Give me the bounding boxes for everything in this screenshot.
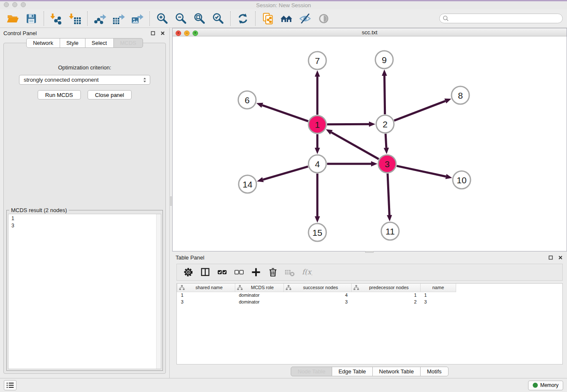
tab-mcds[interactable]: MCDS — [113, 38, 143, 48]
graph-node-label: 11 — [385, 226, 395, 236]
columns-icon — [200, 267, 211, 278]
split-panel-button[interactable] — [198, 266, 212, 279]
show-all-button[interactable] — [315, 11, 332, 26]
import-table-button[interactable] — [66, 11, 83, 26]
memory-button[interactable]: Memory — [528, 381, 563, 390]
search-box[interactable] — [439, 14, 563, 23]
column-header-MCDS-role[interactable]: MCDS role — [235, 284, 284, 292]
zoom-window-button[interactable] — [21, 2, 26, 7]
graph-node-label: 3 — [385, 159, 390, 169]
table-panel-float-button[interactable] — [548, 254, 554, 261]
column-header-shared-name[interactable]: shared name — [177, 284, 235, 292]
table-cell[interactable]: 2 — [352, 298, 421, 305]
table-panel-close-button[interactable] — [557, 254, 564, 261]
save-icon — [25, 12, 38, 25]
column-header-successor-nodes[interactable]: successor nodes — [284, 284, 352, 292]
tab-motifs[interactable]: Motifs — [420, 367, 449, 376]
delete-table-button[interactable] — [283, 266, 297, 279]
table-cell[interactable]: 1 — [352, 292, 421, 298]
criterion-dropdown[interactable]: strongly connected component — [19, 75, 150, 85]
run-mcds-button[interactable]: Run MCDS — [38, 90, 81, 99]
import-network-button[interactable] — [48, 11, 65, 26]
result-scrollbar[interactable] — [156, 214, 161, 369]
tab-network[interactable]: Network — [26, 38, 60, 48]
graph-edge-3-1[interactable] — [331, 133, 379, 159]
table-cell[interactable]: dominator — [235, 292, 284, 298]
apply-layout-button[interactable] — [234, 11, 251, 26]
control-panel-float-button[interactable] — [150, 30, 156, 36]
graph-edge-2-9[interactable] — [385, 76, 385, 114]
graph-edge-2-8[interactable] — [394, 101, 445, 121]
network-canvas[interactable]: 1234678910111415 — [173, 36, 567, 251]
close-panel-button[interactable]: Close panel — [88, 90, 132, 99]
attribute-type-icon — [286, 285, 292, 290]
export-image-button[interactable] — [129, 11, 146, 26]
close-window-button[interactable] — [4, 2, 9, 7]
zoom-out-button[interactable] — [172, 11, 189, 26]
control-panel-close-button[interactable] — [160, 30, 166, 36]
table-cell[interactable]: 3 — [284, 298, 352, 305]
open-session-button[interactable] — [4, 11, 21, 26]
graph-edge-3-11[interactable] — [388, 174, 389, 215]
table-cell[interactable]: dominator — [235, 298, 284, 305]
splitter-grip[interactable] — [170, 196, 172, 206]
deselect-all-rows-button[interactable] — [232, 266, 246, 279]
control-panel: Control Panel NetworkStyleSelectMCDS Opt… — [0, 28, 169, 378]
main-toolbar — [0, 9, 567, 28]
mcds-result-line: 1 — [8, 214, 161, 222]
function-builder-button[interactable]: f(x) — [300, 266, 314, 279]
mcds-panel: Optimization criterion: strongly connect… — [3, 43, 166, 374]
tab-select[interactable]: Select — [85, 38, 114, 48]
table-cell-filler — [456, 292, 563, 298]
window-titlebar: Session: New Session — [0, 1, 567, 9]
network-minimize-button[interactable]: − — [184, 30, 190, 36]
tab-style[interactable]: Style — [60, 38, 85, 48]
graph-edge-4-14[interactable] — [263, 166, 308, 179]
table-cell[interactable]: 3 — [177, 298, 235, 305]
column-header-label: predecessor nodes — [359, 285, 418, 290]
table-settings-button[interactable] — [181, 266, 195, 279]
graph-edge-arrowhead — [369, 121, 375, 127]
tab-network-table[interactable]: Network Table — [372, 367, 421, 376]
splitter-grip[interactable] — [365, 251, 374, 253]
graph-edge-1-6[interactable] — [262, 105, 308, 121]
zoom-selected-button[interactable] — [209, 11, 226, 26]
export-network-button[interactable] — [91, 11, 108, 26]
zoom-in-button[interactable] — [154, 11, 171, 26]
table-cell[interactable]: 3 — [421, 298, 456, 305]
table-cell[interactable]: 1 — [177, 292, 235, 298]
vertical-splitter[interactable] — [169, 28, 172, 378]
zoom-fit-button[interactable] — [191, 11, 208, 26]
tab-edge-table[interactable]: Edge Table — [332, 367, 373, 376]
graph-edge-2-3[interactable] — [385, 134, 386, 148]
status-bar: Memory — [0, 378, 567, 392]
copy-network-button[interactable] — [259, 11, 276, 26]
graph-edge-arrowhead — [387, 215, 392, 221]
export-table-button[interactable] — [110, 11, 127, 26]
network-close-button[interactable]: × — [176, 30, 181, 36]
table-cell[interactable]: 1 — [421, 292, 456, 298]
show-panels-button[interactable] — [4, 380, 17, 390]
column-header-predecessor-nodes[interactable]: predecessor nodes — [352, 284, 421, 292]
network-maximize-button[interactable]: + — [193, 30, 198, 36]
select-all-rows-button[interactable] — [215, 266, 229, 279]
attribute-type-icon — [353, 285, 359, 290]
column-header-name[interactable]: name — [421, 284, 456, 292]
hide-selected-button[interactable] — [297, 11, 314, 26]
graph-edge-3-10[interactable] — [396, 166, 446, 177]
zoom-out-icon — [174, 12, 187, 25]
first-neighbors-button[interactable] — [278, 11, 295, 26]
save-session-button[interactable] — [23, 11, 40, 26]
horizontal-splitter[interactable] — [172, 251, 567, 252]
table-cell[interactable]: 4 — [284, 292, 352, 298]
mcds-result-textarea[interactable]: 13 — [8, 214, 161, 369]
delete-column-button[interactable] — [266, 266, 280, 279]
graph-edge-arrowhead — [315, 70, 320, 77]
list-icon — [6, 381, 15, 389]
add-column-button[interactable] — [249, 266, 263, 279]
search-input[interactable] — [451, 16, 559, 22]
delete-table-icon — [284, 267, 295, 278]
minimize-window-button[interactable] — [12, 2, 17, 7]
tab-node-table[interactable]: Node Table — [291, 367, 332, 376]
graph-edge-1-2[interactable] — [327, 124, 369, 124]
